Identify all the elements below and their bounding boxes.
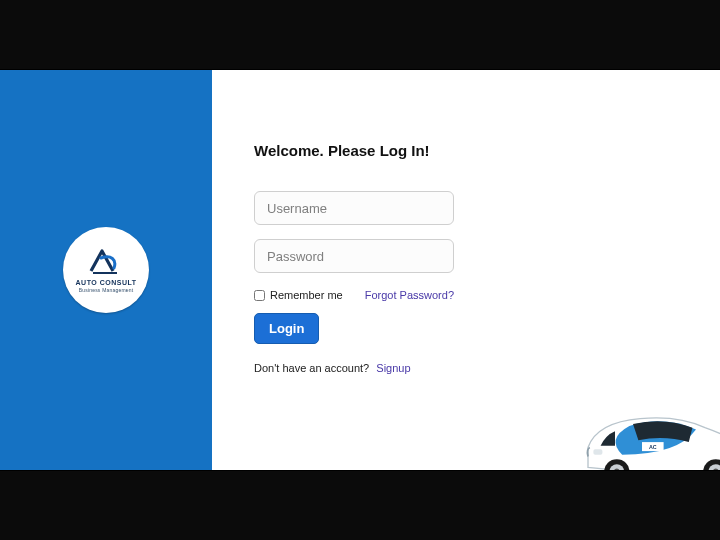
brand-panel: AUTO CONSULT Business Management [0, 70, 212, 470]
svg-point-5 [703, 459, 720, 470]
remember-me-toggle[interactable]: Remember me [254, 289, 343, 301]
username-input[interactable] [254, 191, 454, 225]
signup-prompt: Don't have an account? [254, 362, 369, 374]
car-illustration-icon: AC [570, 384, 720, 470]
svg-point-3 [610, 464, 624, 470]
svg-point-4 [614, 468, 619, 470]
logo: AUTO CONSULT Business Management [63, 227, 149, 313]
login-panel: Welcome. Please Log In! Remember me Forg… [212, 70, 720, 470]
app-window: AUTO CONSULT Business Management Welcome… [0, 70, 720, 470]
svg-point-7 [713, 468, 718, 470]
svg-point-2 [604, 459, 629, 470]
logo-title: AUTO CONSULT [76, 279, 137, 286]
remember-me-label: Remember me [270, 289, 343, 301]
login-button[interactable]: Login [254, 313, 319, 344]
signup-row: Don't have an account? Signup [254, 362, 680, 374]
remember-me-checkbox[interactable] [254, 290, 265, 301]
logo-mark-icon [87, 248, 125, 276]
login-form: Remember me Forgot Password? Login [254, 191, 454, 344]
svg-rect-0 [642, 442, 664, 451]
svg-text:AC: AC [649, 444, 657, 450]
forgot-password-link[interactable]: Forgot Password? [365, 289, 454, 301]
svg-rect-8 [593, 449, 602, 454]
svg-point-6 [709, 464, 720, 470]
signup-link[interactable]: Signup [376, 362, 410, 374]
page-title: Welcome. Please Log In! [254, 142, 680, 159]
password-input[interactable] [254, 239, 454, 273]
options-row: Remember me Forgot Password? [254, 289, 454, 301]
logo-tagline: Business Management [79, 287, 134, 293]
outer-stage: AUTO CONSULT Business Management Welcome… [0, 0, 720, 540]
